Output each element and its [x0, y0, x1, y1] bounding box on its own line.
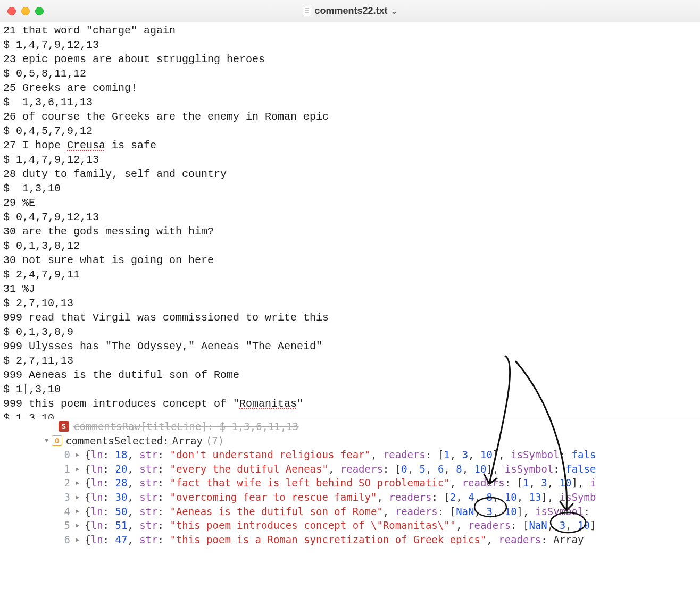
editor-line[interactable]: 999 read that Virgil was commissioned to… — [3, 310, 697, 325]
console-entry[interactable]: 5{ln: 51, str: "this poem introduces con… — [0, 518, 700, 533]
editor-line[interactable]: $ 0,4,7,9,12,13 — [3, 210, 697, 224]
minimize-icon[interactable] — [21, 7, 30, 15]
editor-line[interactable]: 28 duty to family, self and country — [3, 167, 697, 181]
editor-line[interactable]: $ 0,1,3,8,12 — [3, 239, 697, 253]
editor-line[interactable]: 25 Greeks are coming! — [3, 81, 697, 95]
editor-line[interactable]: $ 1,4,7,9,12,13 — [3, 153, 697, 167]
editor-line[interactable]: 29 %E — [3, 196, 697, 210]
debug-console[interactable]: S commentsRaw[titleLine]: $ 1,3,6,11,13 … — [0, 419, 700, 589]
window-title: comments22.txt ⌄ — [0, 5, 700, 16]
badge-s-icon: S — [59, 421, 69, 432]
editor-line[interactable]: 999 this poem introduces concept of "Rom… — [3, 397, 697, 411]
disclosure-triangle-icon[interactable] — [76, 507, 79, 516]
console-entry[interactable]: 3{ln: 30, str: "overcoming fear to rescu… — [0, 490, 700, 504]
entry-body: {ln: 30, str: "overcoming fear to rescue… — [85, 490, 596, 504]
entry-body: {ln: 18, str: "don't understand religiou… — [85, 448, 596, 462]
spellcheck-word: Romanitas — [239, 398, 297, 410]
console-entry[interactable]: 2{ln: 28, str: "fact that wife is left b… — [0, 476, 700, 490]
editor-line[interactable]: $ 2,7,10,13 — [3, 296, 697, 310]
entry-body: {ln: 47, str: "this poem is a Roman sync… — [85, 533, 584, 547]
editor-line[interactable]: $ 0,5,8,11,12 — [3, 66, 697, 81]
document-icon — [303, 6, 311, 16]
editor-line[interactable]: $ 1,4,7,9,12,13 — [3, 38, 697, 52]
badge-o-icon: O — [52, 435, 62, 446]
editor-line[interactable]: 30 are the gods messing with him? — [3, 224, 697, 239]
console-entry[interactable]: 0{ln: 18, str: "don't understand religio… — [0, 448, 700, 462]
console-array-header[interactable]: O commentsSelected: Array (7) — [0, 434, 700, 448]
editor-line[interactable]: $ 2,4,7,9,11 — [3, 267, 697, 282]
window-titlebar: comments22.txt ⌄ — [0, 0, 700, 22]
entry-body: {ln: 51, str: "this poem introduces conc… — [85, 518, 596, 533]
editor-line[interactable]: 999 Aeneas is the dutiful son of Rome — [3, 368, 697, 382]
entry-body: {ln: 50, str: "Aeneas is the dutiful son… — [85, 504, 590, 519]
editor-line[interactable]: $ 0,4,5,7,9,12 — [3, 124, 697, 138]
entry-index: 0 — [63, 448, 70, 462]
zoom-icon[interactable] — [35, 7, 44, 15]
entry-body: {ln: 20, str: "every the dutiful Aeneas"… — [85, 462, 596, 476]
editor-line[interactable]: 999 Ulysses has "The Odyssey," Aeneas "T… — [3, 339, 697, 354]
console-raw-line: S commentsRaw[titleLine]: $ 1,3,6,11,13 — [0, 419, 700, 434]
editor-line[interactable]: $ 1,3,10 — [3, 181, 697, 196]
disclosure-triangle-icon[interactable] — [76, 521, 79, 530]
entry-index: 3 — [63, 490, 70, 504]
disclosure-triangle-icon[interactable] — [76, 535, 79, 544]
entry-index: 2 — [63, 476, 70, 490]
close-icon[interactable] — [7, 7, 16, 15]
editor-line[interactable]: 27 I hope Creusa is safe — [3, 138, 697, 153]
editor-line[interactable]: $ 0,1,3,8,9 — [3, 325, 697, 339]
editor-line[interactable]: 31 %J — [3, 282, 697, 296]
disclosure-triangle-icon[interactable] — [76, 478, 79, 487]
editor-line[interactable]: 30 not sure what is going on here — [3, 253, 697, 267]
traffic-lights — [0, 7, 44, 15]
spellcheck-word: Creusa — [67, 139, 105, 152]
text-editor[interactable]: 21 that word "charge" again$ 1,4,7,9,12,… — [0, 22, 700, 457]
disclosure-triangle-icon[interactable] — [76, 465, 79, 474]
console-entry[interactable]: 6{ln: 47, str: "this poem is a Roman syn… — [0, 533, 700, 547]
entry-index: 1 — [63, 462, 70, 476]
disclosure-triangle-icon[interactable] — [76, 450, 79, 459]
editor-line[interactable]: 26 of course the Greeks are the enemy in… — [3, 110, 697, 124]
entry-body: {ln: 28, str: "fact that wife is left be… — [85, 476, 596, 490]
console-entry[interactable]: 1{ln: 20, str: "every the dutiful Aeneas… — [0, 462, 700, 476]
editor-line[interactable]: 21 that word "charge" again — [3, 23, 697, 38]
disclosure-triangle-icon[interactable] — [45, 436, 48, 445]
editor-line[interactable]: $ 2,7,11,13 — [3, 354, 697, 368]
console-entry[interactable]: 4{ln: 50, str: "Aeneas is the dutiful so… — [0, 504, 700, 519]
filename-label[interactable]: comments22.txt — [314, 5, 387, 16]
entry-index: 6 — [63, 533, 70, 547]
disclosure-triangle-icon[interactable] — [76, 493, 79, 502]
chevron-down-icon[interactable]: ⌄ — [391, 7, 397, 15]
entry-index: 4 — [63, 504, 70, 519]
editor-line[interactable]: 23 epic poems are about struggling heroe… — [3, 52, 697, 66]
editor-line[interactable]: $ 1,3,6,11,13 — [3, 95, 697, 110]
entry-index: 5 — [63, 518, 70, 533]
editor-line[interactable]: $ 1|,3,10 — [3, 382, 697, 397]
console-entries: 0{ln: 18, str: "don't understand religio… — [0, 448, 700, 546]
